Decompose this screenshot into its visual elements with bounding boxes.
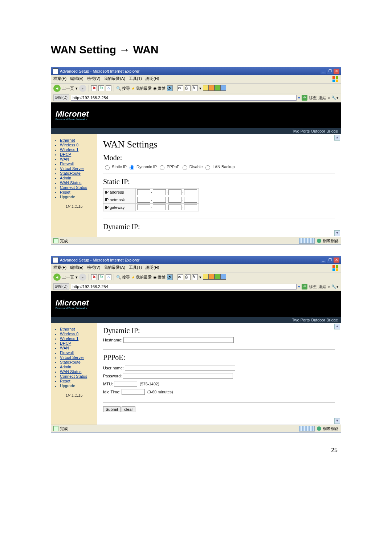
password-input[interactable] (123, 373, 233, 379)
go-button[interactable]: ➜ (302, 284, 307, 289)
sidebar-item-wanstatus[interactable]: WAN Status (60, 181, 82, 185)
radio-disable[interactable]: Disable (181, 165, 203, 169)
extra-icons[interactable] (203, 274, 226, 280)
edit-icon[interactable]: ✎ (192, 274, 198, 280)
maximize-button[interactable]: ❐ (327, 69, 333, 74)
back-button[interactable]: ◄ (53, 85, 61, 92)
history-icon[interactable]: ◔ (167, 274, 173, 280)
radio-dynamic[interactable]: Dynamic IP (128, 165, 157, 169)
ip-netmask-input[interactable]: ... (137, 197, 197, 203)
sidebar-item-connectstatus[interactable]: Connect Status (60, 185, 87, 190)
mail-icon[interactable]: ✉ (177, 85, 183, 91)
ip-gateway-input[interactable]: ... (137, 204, 197, 210)
sidebar-item-wireless1[interactable]: Wireless 1 (60, 336, 78, 341)
scroll-up-icon[interactable]: ▲ (334, 324, 340, 329)
hostname-input[interactable] (123, 337, 234, 343)
sidebar-item-staticroute[interactable]: StaticRoute (60, 171, 81, 175)
print-icon[interactable]: ⎙ (185, 85, 191, 91)
menu-favorites[interactable]: 我的最愛(A) (104, 265, 125, 271)
sidebar-item-firewall[interactable]: Firewall (60, 351, 74, 355)
scroll-up-icon[interactable]: ▲ (334, 135, 340, 141)
sidebar-item-wireless1[interactable]: Wireless 1 (60, 147, 78, 152)
menu-tools[interactable]: 工具(T) (129, 265, 142, 271)
minimize-button[interactable]: _ (320, 258, 326, 263)
go-button[interactable]: ➜ (302, 95, 307, 101)
favorites-button[interactable]: ★我的最愛 (131, 86, 152, 91)
sidebar-item-reset[interactable]: Reset (60, 190, 70, 194)
close-button[interactable]: ✕ (334, 69, 339, 74)
sidebar-item-admin[interactable]: Admin (60, 365, 71, 369)
radio-static[interactable]: Static IP (103, 165, 127, 169)
mtu-input[interactable] (114, 381, 137, 387)
menu-help[interactable]: 說明(H) (146, 76, 159, 82)
back-button[interactable]: ◄ (53, 274, 61, 281)
sidebar-item-upgrade[interactable]: Upgrade (60, 384, 75, 388)
media-button[interactable]: ◉媒體 (153, 86, 166, 91)
menu-view[interactable]: 檢視(V) (87, 265, 101, 271)
sidebar-item-upgrade[interactable]: Upgrade (60, 195, 75, 199)
addon-icon[interactable]: 🔧▾ (331, 96, 339, 100)
menu-favorites[interactable]: 我的最愛(A) (104, 76, 125, 82)
home-icon[interactable]: ⌂ (106, 274, 111, 280)
close-button[interactable]: ✕ (334, 258, 339, 263)
links-label[interactable]: 連結 (318, 95, 326, 101)
submit-button[interactable]: Submit (103, 406, 121, 412)
refresh-icon[interactable]: ↻ (98, 85, 104, 91)
extra-icons[interactable] (203, 85, 226, 92)
back-menu-icon[interactable]: ▾ (75, 86, 78, 91)
sidebar-item-ethernet[interactable]: Ethernet (60, 138, 75, 142)
radio-lanbackup[interactable]: LAN Backup (204, 165, 234, 169)
scroll-down-icon[interactable]: ▼ (334, 418, 340, 424)
media-button[interactable]: ◉媒體 (153, 275, 166, 280)
mail-icon[interactable]: ✉ (177, 274, 183, 280)
home-icon[interactable]: ⌂ (106, 85, 111, 91)
sidebar-item-connectstatus[interactable]: Connect Status (60, 374, 87, 378)
minimize-button[interactable]: _ (320, 69, 326, 74)
sidebar-item-wan[interactable]: WAN (60, 157, 69, 161)
sidebar-item-wireless0[interactable]: Wireless 0 (60, 143, 78, 147)
sidebar-item-ethernet[interactable]: Ethernet (60, 327, 75, 331)
addon-icon[interactable]: 🔧▾ (331, 284, 339, 289)
sidebar-item-admin[interactable]: Admin (60, 176, 71, 180)
edit-icon[interactable]: ✎ (192, 85, 198, 91)
idle-input[interactable] (122, 389, 145, 395)
clear-button[interactable]: clear (122, 406, 135, 412)
stop-icon[interactable]: ✖ (91, 85, 97, 91)
micronet-tagline: Faster and Easier Networks (56, 307, 89, 309)
back-label[interactable]: 上一頁 (62, 86, 74, 91)
print-icon[interactable]: ⎙ (185, 274, 191, 280)
stop-icon[interactable]: ✖ (91, 274, 97, 280)
ip-address-input[interactable]: ... (137, 189, 197, 195)
address-input[interactable] (71, 284, 297, 289)
sidebar-item-wanstatus[interactable]: WAN Status (60, 369, 82, 374)
menu-tools[interactable]: 工具(T) (129, 76, 142, 82)
maximize-button[interactable]: ❐ (327, 258, 333, 263)
search-button[interactable]: 🔍搜尋 (116, 86, 130, 91)
sidebar-item-virtualserver[interactable]: Virtual Server (60, 355, 84, 360)
history-icon[interactable]: ◔ (167, 85, 173, 91)
menu-file[interactable]: 檔案(F) (53, 265, 66, 271)
back-label[interactable]: 上一頁 (62, 275, 74, 280)
sidebar-item-virtualserver[interactable]: Virtual Server (60, 166, 84, 171)
sidebar-item-staticroute[interactable]: StaticRoute (60, 360, 81, 364)
sidebar-item-dhcp[interactable]: DHCP (60, 152, 71, 157)
menu-help[interactable]: 說明(H) (146, 265, 159, 271)
sidebar-item-wireless0[interactable]: Wireless 0 (60, 332, 78, 336)
sidebar-item-wan[interactable]: WAN (60, 346, 69, 350)
forward-button[interactable]: ▸ (79, 85, 86, 92)
address-input[interactable] (71, 95, 297, 101)
menu-edit[interactable]: 編輯(E) (70, 76, 83, 82)
menu-file[interactable]: 檔案(F) (53, 76, 66, 82)
scroll-down-icon[interactable]: ▼ (334, 230, 340, 236)
radio-pppoe[interactable]: PPPoE (158, 165, 180, 169)
sidebar-item-firewall[interactable]: Firewall (60, 162, 74, 166)
menu-view[interactable]: 檢視(V) (87, 76, 101, 82)
username-input[interactable] (125, 365, 235, 371)
sidebar-item-reset[interactable]: Reset (60, 379, 70, 383)
menu-edit[interactable]: 編輯(E) (70, 265, 83, 271)
refresh-icon[interactable]: ↻ (98, 274, 104, 280)
sidebar-item-dhcp[interactable]: DHCP (60, 341, 71, 345)
search-button[interactable]: 🔍搜尋 (116, 275, 130, 280)
favorites-button[interactable]: ★我的最愛 (131, 275, 152, 280)
forward-button[interactable]: ▸ (79, 274, 86, 281)
